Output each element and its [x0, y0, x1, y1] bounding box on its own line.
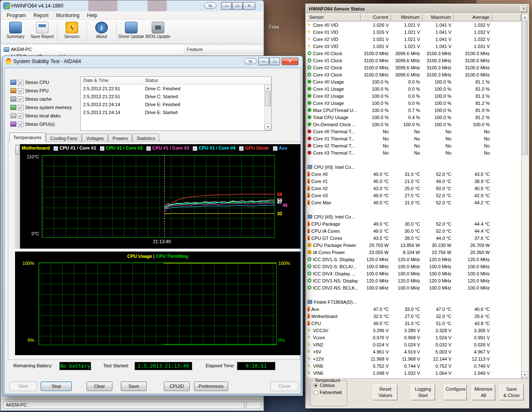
sensor-row[interactable]: ICC DIV2-S: BCLK/...100.0 MHz100.0 MHz10…	[306, 263, 521, 270]
column-header-current[interactable]: Current	[361, 14, 391, 21]
close-button[interactable]: ×	[243, 2, 255, 10]
legend-checkbox[interactable]: ✓	[193, 146, 197, 151]
sensor-row[interactable]: Max CPU/Thread U...100.0 %0.7 %100.0 %81…	[306, 107, 521, 114]
legend-checkbox[interactable]: ✓	[53, 146, 58, 151]
toolbar-summary[interactable]: Summary	[2, 21, 29, 39]
tab-statistics[interactable]: Statistics	[132, 134, 159, 142]
tab-temperatures[interactable]: Temperatures	[9, 132, 46, 142]
sensor-titlebar[interactable]: HWiNFO64 Sensor Status x	[306, 5, 528, 13]
menu-item-program[interactable]: Program	[3, 11, 30, 20]
toolbar-about[interactable]: iAbout	[88, 21, 115, 39]
sensor-row[interactable]: ϟ+5V4.961 V4.919 V5.003 V4.967 V	[306, 348, 521, 355]
checkbox-checked[interactable]: ✓	[18, 80, 23, 85]
button-clear[interactable]: Clear	[87, 381, 112, 391]
close-button[interactable]: ×	[282, 58, 298, 65]
sensor-group-header[interactable]: CPU [#0]: Intel Co...	[306, 213, 521, 220]
sensor-row[interactable]: ϟVcore0.976 V0.968 V1.024 V0.991 V	[306, 334, 521, 341]
toolbar-save-report[interactable]: Save Report	[29, 21, 56, 39]
button-save-close[interactable]: Save & Close	[499, 384, 524, 400]
minimize-button[interactable]: –	[258, 58, 269, 65]
scroll-down-icon[interactable]: ▼	[522, 371, 528, 378]
sensor-row[interactable]: Core #3 Clock3100.0 MHz3099.6 MHz3100.3 …	[306, 71, 521, 78]
sensor-group-header[interactable]: CPU [#0]: Intel Co...	[306, 163, 521, 170]
sensor-row[interactable]: Core #2 Usage100.0 %0.0 %100.0 %81.3 %	[306, 92, 521, 99]
sensor-row[interactable]: CPU GT Cores43.0 °C28.0 °C44.0 °C37.6 °C	[306, 234, 521, 242]
column-header-minimum[interactable]: Minimum	[391, 14, 423, 21]
menu-item-help[interactable]: Help	[83, 11, 101, 20]
log-row[interactable]: 2.5.2013 21:22:51Drive C: Started	[81, 93, 264, 101]
sensor-row[interactable]: Core #1 Clock3100.0 MHz3099.6 MHz3100.3 …	[306, 57, 521, 64]
menu-item-monitoring[interactable]: Monitoring	[52, 11, 83, 20]
sensor-row[interactable]: Core #049.0 °C31.0 °C52.0 °C43.5 °C	[306, 170, 521, 178]
sensor-row[interactable]: ϟCore #0 VID1.026 V1.021 V1.041 V1.032 V	[306, 21, 521, 28]
radio-celsius[interactable]: Celsius	[313, 383, 347, 388]
sensor-row[interactable]: ϟCore #3 VID1.031 V1.021 V1.041 V1.031 V	[306, 43, 521, 50]
stress-option-stress-system-memory[interactable]: ✓Stress system memory	[10, 103, 81, 112]
tab-cooling-fans[interactable]: Cooling Fans	[46, 134, 81, 142]
sensor-row[interactable]: Aux47.0 °C33.0 °C47.0 °C40.6 °C	[306, 305, 521, 313]
checkbox-checked[interactable]: ✓	[18, 113, 23, 119]
scroll-down-icon[interactable]: ▼	[265, 124, 271, 130]
quickconnect-button[interactable]: ⇆	[244, 58, 257, 64]
sensor-scrollbar[interactable]: ▲ ▼	[521, 14, 528, 378]
sensor-row[interactable]: Core #3 Thermal T...NoNoNoNo	[306, 149, 521, 156]
button-stop[interactable]: Stop	[41, 381, 72, 391]
stress-option-stress-cpu[interactable]: ✓Stress CPU	[10, 78, 81, 86]
sensor-row[interactable]: CPU49.0 °C31.0 °C51.0 °C43.8 °C	[306, 320, 521, 327]
sensor-row[interactable]: Core #2 Thermal T...NoNoNoNo	[306, 142, 521, 149]
checkbox-checked[interactable]: ✓	[18, 88, 23, 94]
sensor-row[interactable]: ϟVCC3V3.296 V3.280 V3.328 V3.305 V	[306, 327, 521, 334]
legend-checkbox[interactable]: ✓	[239, 146, 244, 151]
sensor-row[interactable]: ϟVIN61.048 V1.032 V1.064 V1.049 V	[306, 369, 521, 376]
tree-item-akem-pc[interactable]: AKEM-PC	[3, 46, 65, 53]
sensor-row[interactable]: Total CPU Usage100.0 %0.4 %100.0 %81.2 %	[306, 114, 521, 121]
maximize-button[interactable]: □	[269, 58, 280, 65]
close-icon[interactable]: x	[520, 6, 527, 12]
button-cpuid[interactable]: CPUID	[164, 381, 190, 391]
quickconnect-button[interactable]: ⇆	[204, 3, 216, 9]
sensor-row[interactable]: Core #0 Usage100.0 %0.0 %100.0 %81.1 %	[306, 78, 521, 85]
legend-checkbox[interactable]: ✓	[100, 146, 104, 151]
checkbox-checked[interactable]: ✓	[18, 105, 23, 110]
sensor-row[interactable]: Core #3 Usage100.0 %0.0 %100.0 %81.2 %	[306, 99, 521, 107]
tab-voltages[interactable]: Voltages	[82, 134, 108, 142]
button-logging-start[interactable]: Logging Start	[411, 384, 435, 400]
log-row[interactable]: 2.5.2013 21:22:51Drive C: Finished	[81, 85, 264, 93]
checkbox-checked[interactable]: ✓	[18, 122, 23, 127]
sensor-row[interactable]: ϟVIN50.752 V0.744 V0.752 V0.749 V	[306, 362, 521, 369]
stress-option-stress-local-disks[interactable]: ✓Stress local disks	[10, 112, 81, 120]
sensor-row[interactable]: ϟCore #1 VID1.026 V1.021 V1.041 V1.032 V	[306, 28, 521, 36]
legend-checkbox[interactable]: ✓	[146, 146, 151, 151]
log-column-header-status[interactable]: Status	[143, 77, 271, 84]
menu-item-report[interactable]: Report	[30, 11, 52, 20]
sensor-row[interactable]: Motherboard32.0 °C27.0 °C32.0 °C29.6 °C	[306, 313, 521, 320]
sensor-row[interactable]: IA Cores Power23.055 W8.104 W23.756 W20.…	[306, 249, 521, 256]
button-reset-values[interactable]: Reset Values	[373, 384, 397, 400]
stress-option-stress-fpu[interactable]: ✓Stress FPU	[10, 86, 81, 95]
toolbar-sensors[interactable]: ϟSensors	[59, 21, 85, 39]
stress-option-stress-gpu-s[interactable]: ✓Stress GPU(s)	[10, 120, 81, 128]
sensor-row[interactable]: CPU Package49.0 °C30.0 °C52.0 °C44.4 °C	[306, 220, 521, 227]
scrollbar-thumb[interactable]	[265, 92, 271, 106]
toolbar-bios-update[interactable]: BIOS Update	[145, 21, 171, 39]
log-column-header-date-time[interactable]: Date & Time	[81, 77, 143, 84]
column-header-average[interactable]: Average	[454, 14, 492, 21]
column-header-maximum[interactable]: Maximum	[423, 14, 454, 21]
maximize-button[interactable]: □	[232, 2, 243, 10]
button-save[interactable]: Save	[121, 381, 147, 391]
sensor-row[interactable]: ϟVIN20.024 V0.024 V0.032 V0.026 V	[306, 341, 521, 348]
sensor-row[interactable]: Core #0 Clock3100.0 MHz3099.6 MHz3100.3 …	[306, 50, 521, 57]
sensor-row[interactable]: Core Max49.0 °C31.0 °C52.0 °C44.2 °C	[306, 199, 521, 206]
sensor-row[interactable]: ICC DIV1-S: Display120.0 MHz120.0 MHz120…	[306, 256, 521, 263]
minimize-button[interactable]: –	[221, 2, 232, 10]
radio-fahrenheit[interactable]: Fahrenheit	[313, 390, 347, 395]
log-row[interactable]: 2.5.2013 21:24:14Drive E: Started	[81, 109, 264, 117]
scroll-up-icon[interactable]: ▲	[265, 85, 271, 92]
graph-scroll-slider[interactable]	[15, 144, 20, 249]
stability-titlebar[interactable]: System Stability Test - AIDA64 ⇆ – □ ×	[3, 56, 303, 67]
sensor-row[interactable]: Core #2 Clock3100.0 MHz3099.6 MHz3100.3 …	[306, 64, 521, 71]
sensor-row[interactable]: CPU Package Power29.703 W13.856 W30.230 …	[306, 242, 521, 249]
button-minimize-all[interactable]: Minimize All	[472, 384, 495, 400]
toolbar-driver-update[interactable]: Driver Update	[118, 21, 145, 39]
sensor-row[interactable]: Core #1 Usage100.0 %0.0 %100.0 %81.0 %	[306, 85, 521, 92]
